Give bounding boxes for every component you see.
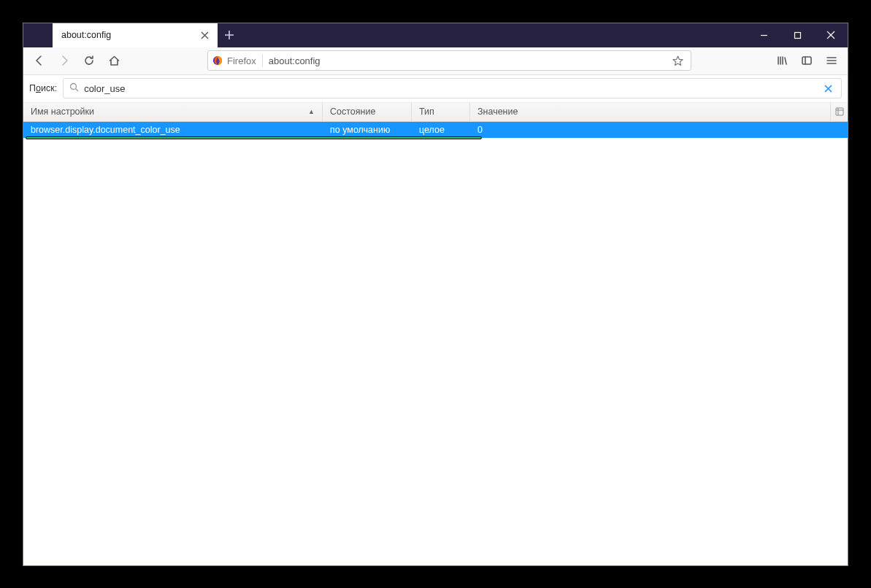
sidebar-icon[interactable]: [795, 49, 818, 72]
navigation-toolbar: Firefox about:config: [23, 47, 848, 75]
table-row[interactable]: browser.display.document_color_use по ум…: [23, 122, 848, 138]
column-header-name[interactable]: Имя настройки ▲: [23, 103, 323, 121]
search-label: Поиск:: [29, 83, 57, 93]
home-button[interactable]: [102, 49, 126, 72]
forward-button[interactable]: [53, 49, 76, 72]
cell-name: browser.display.document_color_use: [23, 125, 323, 135]
column-header-label: Значение: [477, 107, 518, 117]
cell-value: 0: [470, 125, 848, 135]
svg-rect-4: [836, 108, 843, 115]
close-window-button[interactable]: [814, 23, 848, 47]
close-tab-icon[interactable]: [199, 29, 210, 41]
minimize-button[interactable]: [747, 23, 780, 47]
svg-point-3: [71, 84, 77, 90]
url-separator: [262, 54, 263, 67]
window-controls: [747, 23, 848, 47]
new-tab-button[interactable]: [218, 23, 241, 47]
sort-ascending-icon: ▲: [308, 108, 315, 115]
search-field[interactable]: [63, 78, 842, 98]
search-input[interactable]: [84, 83, 821, 94]
browser-tab-active[interactable]: about:config: [53, 23, 218, 47]
column-header-state[interactable]: Состояние: [323, 103, 412, 121]
column-header-type[interactable]: Тип: [412, 103, 470, 121]
url-text: about:config: [269, 55, 669, 66]
svg-rect-2: [802, 57, 811, 64]
highlight-annotation: [26, 136, 482, 139]
identity-box[interactable]: Firefox: [212, 55, 262, 66]
config-rows: browser.display.document_color_use по ум…: [23, 122, 848, 565]
toolbar-right-icons: [770, 49, 843, 72]
reload-button[interactable]: [77, 49, 101, 72]
back-button[interactable]: [28, 49, 51, 72]
column-header-label: Имя настройки: [31, 107, 94, 117]
bookmark-star-icon[interactable]: [669, 55, 686, 66]
column-header-value[interactable]: Значение: [470, 103, 830, 121]
column-header-label: Состояние: [330, 107, 375, 117]
tab-title: about:config: [61, 30, 199, 40]
identity-host: Firefox: [227, 55, 256, 66]
title-bar: about:config: [23, 23, 848, 47]
search-icon: [69, 82, 80, 94]
table-header-row: Имя настройки ▲ Состояние Тип Значение: [23, 103, 848, 122]
address-bar[interactable]: Firefox about:config: [207, 50, 691, 71]
config-search-bar: Поиск:: [23, 75, 848, 103]
firefox-icon: [212, 55, 223, 66]
tab-strip-leading-space: [23, 23, 53, 47]
cell-state: по умолчанию: [323, 125, 412, 135]
column-picker-icon[interactable]: [830, 103, 848, 121]
browser-window: about:config: [23, 23, 848, 566]
menu-icon[interactable]: [820, 49, 843, 72]
cell-type: целое: [412, 125, 470, 135]
column-header-label: Тип: [419, 107, 434, 117]
library-icon[interactable]: [770, 49, 794, 72]
svg-rect-0: [794, 32, 800, 38]
clear-search-icon[interactable]: [821, 82, 835, 95]
maximize-button[interactable]: [780, 23, 814, 47]
